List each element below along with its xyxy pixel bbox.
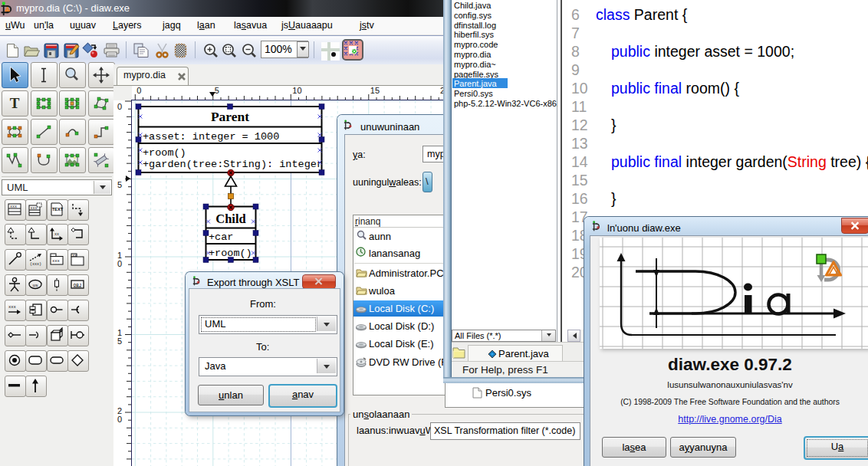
- svg-text:0: 0: [117, 259, 122, 268]
- svg-text:15: 15: [370, 86, 380, 95]
- svg-text:+room(): +room(): [143, 147, 186, 159]
- svg-text:5: 5: [117, 336, 122, 346]
- svg-text:5: 5: [117, 180, 122, 189]
- svg-text:xx: xx: [54, 232, 59, 237]
- svg-text:0: 0: [136, 86, 141, 95]
- svg-text:us: us: [33, 283, 39, 288]
- svg-text:0: 0: [117, 415, 122, 424]
- svg-text:Parent: Parent: [211, 109, 249, 124]
- svg-text:xx: xx: [73, 254, 77, 258]
- svg-text:xxx: xxx: [8, 304, 17, 310]
- svg-text:TEXT: TEXT: [52, 207, 64, 212]
- svg-text:0: 0: [117, 102, 122, 111]
- svg-text:xxx: xxx: [52, 258, 61, 264]
- svg-text:xxx: xxx: [31, 206, 38, 211]
- svg-text:T: T: [10, 95, 20, 111]
- svg-text:10: 10: [292, 86, 301, 95]
- svg-text:Child: Child: [215, 212, 245, 226]
- svg-text:xxx: xxx: [10, 205, 17, 209]
- svg-text:(xxx): (xxx): [30, 262, 41, 267]
- svg-text:+car: +car: [209, 231, 233, 243]
- svg-text:+garden(tree:String): integer: +garden(tree:String): integer: [143, 159, 323, 170]
- svg-text:5: 5: [215, 86, 219, 95]
- svg-text:+asset: integer = 1000: +asset: integer = 1000: [143, 131, 279, 143]
- svg-text:OBJ: OBJ: [74, 283, 82, 288]
